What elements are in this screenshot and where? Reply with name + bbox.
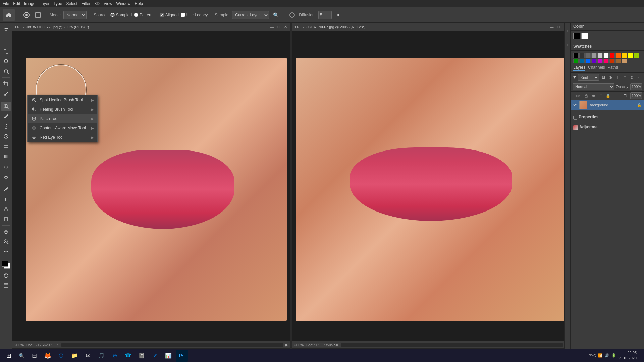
color-swatches-widget[interactable] [1, 260, 11, 269]
menu-layer[interactable]: Layer [39, 1, 49, 6]
use-legacy-checkbox[interactable] [181, 13, 185, 17]
bg-color-swatch[interactable] [581, 33, 588, 39]
minimize-btn-1[interactable]: — [269, 24, 275, 30]
search-button[interactable]: 🔍 [16, 350, 27, 361]
swatch-item[interactable] [585, 53, 591, 58]
aligned-option[interactable]: Aligned [160, 13, 179, 17]
menu-3d[interactable]: 3D [94, 1, 99, 6]
flyout-healing-brush[interactable]: Healing Brush Tool ▶ [28, 105, 97, 114]
pixel-filter-icon[interactable]: 🖼 [600, 74, 606, 80]
taskbar-firefox[interactable]: 🦊 [42, 350, 54, 362]
menu-file[interactable]: File [3, 1, 9, 6]
menu-view[interactable]: View [104, 1, 112, 6]
swatch-item[interactable] [622, 53, 627, 58]
menu-window[interactable]: Window [116, 1, 131, 6]
sampled-radio[interactable] [110, 13, 115, 17]
brush-options-icon[interactable] [22, 10, 31, 20]
minimize-btn-2[interactable]: — [549, 24, 554, 30]
taskbar-skype[interactable]: ☎ [122, 350, 134, 362]
taskbar-edge[interactable]: ⬡ [55, 350, 67, 362]
brush-tool[interactable] [1, 112, 11, 121]
swatch-item[interactable] [609, 53, 615, 58]
scroll-arrow-right-1[interactable]: ▶ [285, 343, 288, 347]
lock-art-icon[interactable]: ⊞ [598, 93, 603, 98]
edge-icon-1[interactable]: ≡ [565, 24, 570, 38]
scroll-indicator-1[interactable] [61, 343, 283, 347]
menu-select[interactable]: Select [66, 1, 77, 6]
taskbar-clock[interactable]: 22:05 29.10.2020 [618, 350, 637, 361]
screen-mode-tool[interactable] [1, 281, 11, 290]
flyout-red-eye[interactable]: Red Eye Tool ▶ [28, 133, 97, 142]
taskbar-onenote[interactable]: 📓 [136, 350, 148, 362]
swatch-item[interactable] [615, 53, 621, 58]
menu-filter[interactable]: Filter [82, 1, 91, 6]
swatch-item[interactable] [579, 53, 585, 58]
swatch-item[interactable] [634, 53, 639, 58]
tab-paths[interactable]: Paths [608, 64, 618, 71]
spot-healing-tool[interactable] [1, 102, 11, 111]
flyout-spot-healing[interactable]: Spot Healing Brush Tool ▶ [28, 95, 97, 105]
smart-filter-icon[interactable]: ⊛ [629, 74, 635, 80]
taskbar-todo[interactable]: ✔ [149, 350, 161, 362]
blur-tool[interactable] [1, 162, 11, 171]
close-btn-1[interactable]: ✕ [283, 24, 288, 30]
lock-all-icon[interactable]: 🔒 [605, 93, 611, 98]
sampled-option[interactable]: Sampled [110, 13, 132, 17]
swatch-item[interactable] [573, 53, 579, 58]
lasso-tool[interactable] [1, 57, 11, 66]
type-filter-icon[interactable]: T [614, 74, 621, 80]
dodge-tool[interactable] [1, 172, 11, 181]
quick-mask-tool[interactable] [1, 271, 11, 280]
menu-edit[interactable]: Edit [13, 1, 20, 6]
brush-preset-icon[interactable] [33, 10, 43, 20]
type-tool[interactable]: T [1, 194, 11, 204]
aligned-checkbox[interactable] [160, 13, 164, 17]
shape-tool[interactable] [1, 215, 11, 224]
move-tool[interactable] [1, 24, 11, 34]
lock-pixels-icon[interactable] [583, 93, 589, 98]
crop-tool[interactable] [1, 79, 11, 88]
layer-vis-icon[interactable]: 👁 [573, 102, 578, 108]
layers-mode-select[interactable]: Normal [573, 83, 614, 90]
pattern-radio[interactable] [134, 13, 138, 17]
taskbar-mail[interactable]: ✉ [82, 350, 94, 362]
heal-icon[interactable] [287, 10, 297, 20]
swatch-item[interactable] [597, 53, 603, 58]
adjust-filter-icon[interactable]: ◑ [607, 74, 613, 80]
maximize-btn-1[interactable]: □ [276, 24, 281, 30]
clone-stamp-tool[interactable] [1, 122, 11, 131]
gradient-tool[interactable] [1, 152, 11, 161]
edge-icon-2[interactable]: ≡ [565, 38, 570, 52]
history-brush-tool[interactable] [1, 132, 11, 141]
path-select-tool[interactable] [1, 204, 11, 214]
taskbar-music[interactable]: 🎵 [95, 350, 107, 362]
rectangular-marquee-tool[interactable] [1, 47, 11, 56]
taskbar-apps-icon[interactable]: ⊟ [28, 350, 40, 362]
layer-background[interactable]: 👁 Background 🔒 [571, 100, 644, 110]
home-button[interactable] [3, 9, 15, 21]
sample-select[interactable]: Current Layer [232, 11, 269, 19]
canvas-body-1[interactable]: Spot Healing Brush Tool ▶ Healing Brush … [12, 31, 290, 341]
filter-toggle-icon[interactable]: ○ [636, 74, 642, 80]
flyout-content-aware[interactable]: Content-Aware Move Tool ▶ [28, 123, 97, 133]
canvas-body-2[interactable] [292, 31, 570, 341]
swatch-item[interactable] [591, 53, 597, 58]
layers-kind-filter[interactable]: Kind [578, 74, 599, 81]
menu-type[interactable]: Type [53, 1, 62, 6]
swatch-item[interactable] [603, 53, 609, 58]
fill-input[interactable] [630, 92, 642, 99]
start-button[interactable]: ⊞ [3, 350, 15, 362]
fg-color-swatch[interactable] [573, 33, 580, 39]
taskbar-photoshop[interactable]: Ps [176, 350, 188, 362]
mode-select[interactable]: Normal [63, 11, 87, 19]
sample-icon[interactable]: 🔍 [271, 10, 280, 20]
taskbar-store[interactable]: ⊕ [109, 350, 121, 362]
taskbar-excel[interactable]: 📊 [162, 350, 174, 362]
lock-position-icon[interactable]: ⊕ [591, 93, 596, 98]
quick-select-tool[interactable] [1, 67, 11, 76]
maximize-btn-2[interactable]: □ [556, 24, 561, 30]
use-legacy-option[interactable]: Use Legacy [181, 13, 208, 17]
diffusion-input[interactable] [318, 11, 332, 19]
swatch-item[interactable] [628, 53, 633, 58]
hand-tool[interactable] [1, 227, 11, 236]
